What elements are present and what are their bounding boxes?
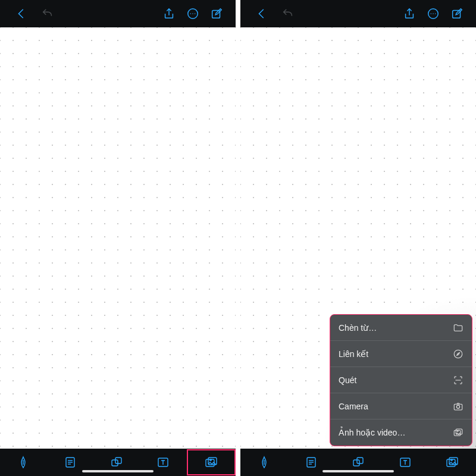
more-button[interactable] bbox=[422, 3, 444, 24]
popup-item-photo-video[interactable]: Ảnh hoặc video… bbox=[330, 419, 472, 446]
compose-button[interactable] bbox=[206, 3, 227, 24]
popup-item-label: Ảnh hoặc video… bbox=[339, 428, 405, 437]
gallery-icon bbox=[453, 427, 464, 438]
top-toolbar bbox=[0, 0, 236, 27]
scan-icon bbox=[453, 375, 464, 386]
popup-item-label: Liên kết bbox=[339, 349, 368, 359]
popup-item-label: Chèn từ… bbox=[339, 323, 377, 333]
folder-icon bbox=[453, 322, 464, 333]
share-button[interactable] bbox=[158, 3, 180, 24]
note-canvas[interactable] bbox=[0, 27, 236, 449]
image-tool-button[interactable] bbox=[429, 449, 476, 476]
camera-icon bbox=[453, 401, 464, 412]
home-indicator bbox=[322, 470, 394, 472]
undo-button[interactable] bbox=[277, 3, 299, 24]
popup-item-scan[interactable]: Quét bbox=[330, 367, 472, 393]
share-button[interactable] bbox=[399, 3, 420, 24]
popup-item-link[interactable]: Liên kết bbox=[330, 341, 472, 367]
pen-tool-button[interactable] bbox=[240, 449, 287, 476]
popup-item-camera[interactable]: Camera bbox=[330, 393, 472, 419]
right-screenshot: Chèn từ… Liên kết Quét Camera Ảnh hoặc v… bbox=[240, 0, 476, 476]
pen-tool-button[interactable] bbox=[0, 449, 46, 476]
compass-icon bbox=[453, 349, 464, 359]
home-indicator bbox=[82, 470, 154, 472]
popup-item-insert-from[interactable]: Chèn từ… bbox=[330, 315, 472, 341]
more-button[interactable] bbox=[182, 3, 203, 24]
compose-button[interactable] bbox=[446, 3, 468, 24]
left-screenshot bbox=[0, 0, 236, 476]
top-toolbar bbox=[240, 0, 476, 27]
image-tool-button[interactable] bbox=[187, 449, 236, 475]
back-button[interactable] bbox=[251, 3, 273, 24]
undo-button[interactable] bbox=[37, 3, 58, 24]
insert-popup-menu: Chèn từ… Liên kết Quét Camera Ảnh hoặc v… bbox=[330, 314, 472, 446]
back-button[interactable] bbox=[11, 3, 32, 24]
popup-item-label: Camera bbox=[339, 402, 368, 411]
popup-item-label: Quét bbox=[339, 375, 356, 385]
